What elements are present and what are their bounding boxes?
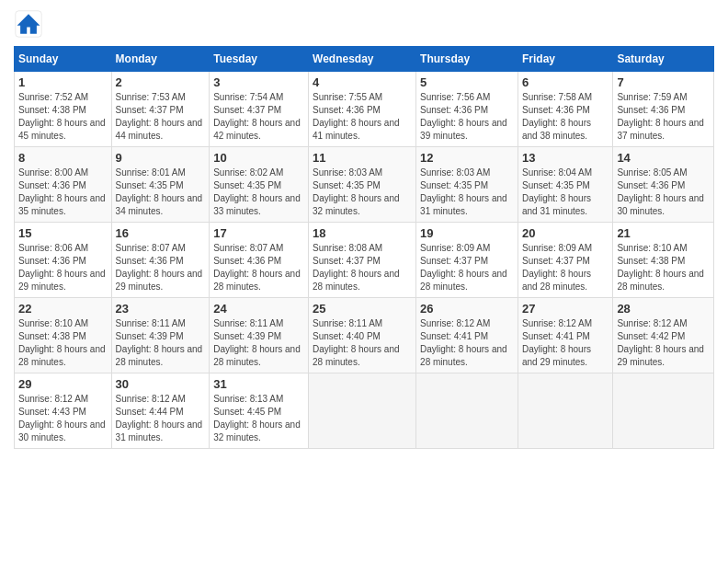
day-cell: 11 Sunrise: 8:03 AM Sunset: 4:35 PM Dayl… (309, 147, 416, 223)
day-cell (613, 373, 714, 449)
daylight-label: Daylight: 8 hours and 28 minutes. (313, 344, 400, 367)
day-info: Sunrise: 8:10 AM Sunset: 4:38 PM Dayligh… (617, 242, 710, 293)
sunset-label: Sunset: 4:36 PM (617, 180, 685, 190)
day-cell: 21 Sunrise: 8:10 AM Sunset: 4:38 PM Dayl… (613, 223, 714, 298)
day-cell: 9 Sunrise: 8:01 AM Sunset: 4:35 PM Dayli… (111, 147, 210, 223)
sunrise-label: Sunrise: 7:52 AM (18, 92, 88, 102)
sunset-label: Sunset: 4:40 PM (313, 331, 381, 341)
daylight-label: Daylight: 8 hours and 29 minutes. (522, 344, 591, 367)
day-info: Sunrise: 7:54 AM Sunset: 4:37 PM Dayligh… (213, 91, 304, 143)
sunset-label: Sunset: 4:37 PM (116, 105, 184, 115)
day-cell: 31 Sunrise: 8:13 AM Sunset: 4:45 PM Dayl… (210, 373, 309, 449)
daylight-label: Daylight: 8 hours and 30 minutes. (617, 193, 704, 216)
daylight-label: Daylight: 8 hours and 28 minutes. (420, 344, 507, 367)
day-number: 29 (18, 377, 108, 391)
day-number: 4 (313, 75, 412, 89)
sunset-label: Sunset: 4:37 PM (522, 256, 590, 266)
day-info: Sunrise: 8:07 AM Sunset: 4:36 PM Dayligh… (213, 242, 304, 293)
sunrise-label: Sunrise: 8:07 AM (213, 243, 283, 253)
day-cell: 22 Sunrise: 8:10 AM Sunset: 4:38 PM Dayl… (15, 298, 112, 373)
daylight-label: Daylight: 8 hours and 28 minutes. (522, 269, 591, 292)
sunrise-label: Sunrise: 8:11 AM (313, 318, 382, 328)
column-header-monday: Monday (111, 47, 210, 72)
sunset-label: Sunset: 4:35 PM (313, 180, 381, 190)
sunset-label: Sunset: 4:37 PM (313, 256, 381, 266)
sunrise-label: Sunrise: 8:01 AM (116, 167, 186, 178)
calendar-table: SundayMondayTuesdayWednesdayThursdayFrid… (14, 46, 714, 449)
day-number: 31 (213, 377, 304, 391)
day-info: Sunrise: 8:12 AM Sunset: 4:42 PM Dayligh… (617, 317, 710, 369)
sunrise-label: Sunrise: 7:59 AM (617, 92, 687, 102)
sunrise-label: Sunrise: 8:10 AM (617, 243, 687, 253)
sunrise-label: Sunrise: 8:08 AM (313, 243, 382, 253)
daylight-label: Daylight: 8 hours and 29 minutes. (617, 344, 704, 367)
sunset-label: Sunset: 4:35 PM (420, 180, 488, 190)
sunrise-label: Sunrise: 7:56 AM (420, 92, 490, 102)
daylight-label: Daylight: 8 hours and 28 minutes. (116, 344, 203, 367)
daylight-label: Daylight: 8 hours and 28 minutes. (420, 269, 507, 292)
day-info: Sunrise: 8:02 AM Sunset: 4:35 PM Dayligh… (213, 167, 304, 218)
sunset-label: Sunset: 4:38 PM (617, 256, 685, 266)
sunset-label: Sunset: 4:39 PM (116, 331, 184, 341)
day-cell: 20 Sunrise: 8:09 AM Sunset: 4:37 PM Dayl… (518, 223, 612, 298)
day-cell: 3 Sunrise: 7:54 AM Sunset: 4:37 PM Dayli… (210, 72, 309, 147)
calendar-header: SundayMondayTuesdayWednesdayThursdayFrid… (15, 47, 714, 72)
day-cell: 10 Sunrise: 8:02 AM Sunset: 4:35 PM Dayl… (210, 147, 309, 223)
day-number: 23 (116, 302, 206, 316)
daylight-label: Daylight: 8 hours and 31 minutes. (116, 419, 203, 442)
day-info: Sunrise: 8:03 AM Sunset: 4:35 PM Dayligh… (313, 167, 412, 218)
week-row-3: 15 Sunrise: 8:06 AM Sunset: 4:36 PM Dayl… (15, 223, 714, 298)
sunrise-label: Sunrise: 8:04 AM (522, 167, 592, 178)
daylight-label: Daylight: 8 hours and 28 minutes. (213, 269, 301, 292)
day-cell: 5 Sunrise: 7:56 AM Sunset: 4:36 PM Dayli… (416, 72, 518, 147)
sunset-label: Sunset: 4:42 PM (617, 331, 685, 341)
day-info: Sunrise: 8:12 AM Sunset: 4:44 PM Dayligh… (116, 393, 206, 444)
sunrise-label: Sunrise: 8:11 AM (116, 318, 186, 328)
day-number: 28 (617, 302, 710, 316)
sunrise-label: Sunrise: 7:54 AM (213, 92, 283, 102)
sunrise-label: Sunrise: 8:10 AM (18, 318, 88, 328)
day-cell: 12 Sunrise: 8:03 AM Sunset: 4:35 PM Dayl… (416, 147, 518, 223)
day-info: Sunrise: 8:05 AM Sunset: 4:36 PM Dayligh… (617, 167, 710, 218)
day-number: 1 (18, 75, 108, 89)
column-header-friday: Friday (518, 47, 612, 72)
daylight-label: Daylight: 8 hours and 30 minutes. (18, 419, 106, 442)
day-cell (309, 373, 416, 449)
day-info: Sunrise: 8:12 AM Sunset: 4:41 PM Dayligh… (522, 317, 609, 369)
day-number: 5 (420, 75, 514, 89)
day-cell: 26 Sunrise: 8:12 AM Sunset: 4:41 PM Dayl… (416, 298, 518, 373)
day-number: 17 (213, 226, 304, 240)
sunset-label: Sunset: 4:38 PM (18, 105, 86, 115)
daylight-label: Daylight: 8 hours and 31 minutes. (522, 193, 591, 216)
day-number: 3 (213, 75, 304, 89)
day-info: Sunrise: 7:56 AM Sunset: 4:36 PM Dayligh… (420, 91, 514, 143)
daylight-label: Daylight: 8 hours and 39 minutes. (420, 118, 507, 141)
day-info: Sunrise: 7:53 AM Sunset: 4:37 PM Dayligh… (116, 91, 206, 143)
column-header-tuesday: Tuesday (210, 47, 309, 72)
sunset-label: Sunset: 4:36 PM (522, 105, 590, 115)
day-number: 24 (213, 302, 304, 316)
day-number: 16 (116, 226, 206, 240)
day-number: 10 (213, 151, 304, 165)
daylight-label: Daylight: 8 hours and 29 minutes. (116, 269, 203, 292)
day-cell: 14 Sunrise: 8:05 AM Sunset: 4:36 PM Dayl… (613, 147, 714, 223)
column-header-saturday: Saturday (613, 47, 714, 72)
day-info: Sunrise: 7:52 AM Sunset: 4:38 PM Dayligh… (18, 91, 108, 143)
day-number: 22 (18, 302, 108, 316)
day-number: 13 (522, 151, 609, 165)
day-cell: 6 Sunrise: 7:58 AM Sunset: 4:36 PM Dayli… (518, 72, 612, 147)
page-header (14, 9, 714, 39)
day-info: Sunrise: 8:11 AM Sunset: 4:39 PM Dayligh… (213, 317, 304, 369)
day-info: Sunrise: 8:09 AM Sunset: 4:37 PM Dayligh… (420, 242, 514, 293)
day-cell: 4 Sunrise: 7:55 AM Sunset: 4:36 PM Dayli… (309, 72, 416, 147)
day-cell (416, 373, 518, 449)
day-number: 21 (617, 226, 710, 240)
day-cell: 19 Sunrise: 8:09 AM Sunset: 4:37 PM Dayl… (416, 223, 518, 298)
day-cell: 8 Sunrise: 8:00 AM Sunset: 4:36 PM Dayli… (15, 147, 112, 223)
sunrise-label: Sunrise: 8:03 AM (420, 167, 490, 178)
day-info: Sunrise: 8:13 AM Sunset: 4:45 PM Dayligh… (213, 393, 304, 444)
day-info: Sunrise: 8:09 AM Sunset: 4:37 PM Dayligh… (522, 242, 609, 293)
sunrise-label: Sunrise: 8:03 AM (313, 167, 382, 178)
sunset-label: Sunset: 4:35 PM (213, 180, 281, 190)
sunset-label: Sunset: 4:36 PM (313, 105, 381, 115)
